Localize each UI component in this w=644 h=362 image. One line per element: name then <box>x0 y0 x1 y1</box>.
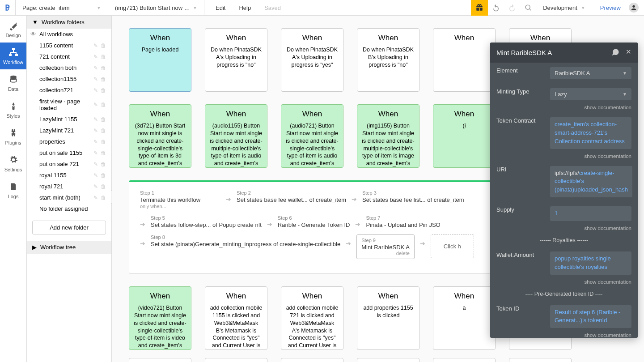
show-documentation[interactable]: show documentation <box>490 226 638 234</box>
workflow-card[interactable]: Whenadd properties 1155 is clicked <box>357 286 419 350</box>
workflow-card[interactable]: When(img1155) Button Start now mint sing… <box>357 104 419 168</box>
uri-input[interactable]: ipfs://ipfs/create-single-collectible's … <box>550 166 632 198</box>
sidebar-folder-item[interactable]: 1155 content✎🗑 <box>27 40 111 51</box>
edit-icon[interactable]: ✎ <box>93 54 98 60</box>
step-9-selected[interactable]: Step 9Mint RaribleSDK Adelete <box>356 234 415 259</box>
logo[interactable] <box>0 0 16 16</box>
rail-plugins[interactable]: Plugins <box>0 123 26 150</box>
step-6[interactable]: Step 6Rarible - Generate Token ID <box>278 215 350 228</box>
preview-link[interactable]: Preview <box>592 4 629 11</box>
token-contract-input[interactable]: create_item's collection-smart-address-7… <box>550 117 631 149</box>
trash-icon[interactable]: 🗑 <box>101 183 106 190</box>
sidebar-folder-item[interactable]: start-mint (both)✎🗑 <box>27 192 111 203</box>
folders-header[interactable]: ▼Workflow folders <box>27 16 111 29</box>
rail-design[interactable]: Design <box>0 16 26 43</box>
workflow-card[interactable]: WhenDo when PinataSDK A's Uploading in p… <box>205 28 267 92</box>
comment-icon[interactable] <box>611 48 619 57</box>
sidebar-folder-item[interactable]: put on sale 1155✎🗑 <box>27 147 111 158</box>
rail-settings[interactable]: Settings <box>0 150 26 177</box>
rail-data[interactable]: Data <box>0 69 26 96</box>
panel-header[interactable]: Mint RaribleSDK A ✕ <box>490 43 638 63</box>
add-folder-button[interactable]: Add new folder <box>32 221 106 234</box>
show-documentation[interactable]: show documentation <box>490 332 638 338</box>
edit-icon[interactable]: ✎ <box>93 139 98 145</box>
edit-icon[interactable]: ✎ <box>93 76 98 82</box>
edit-icon[interactable]: ✎ <box>93 87 98 94</box>
wallet-amount-input[interactable]: popup royalties single collectible's roy… <box>550 251 631 275</box>
gift-icon[interactable] <box>471 0 488 16</box>
workflow-card[interactable] <box>433 358 496 362</box>
sidebar-folder-item[interactable]: properties✎🗑 <box>27 136 111 147</box>
show-documentation[interactable]: show documentation <box>490 279 638 287</box>
sidebar-folder-item[interactable]: LazyMint 1155✎🗑 <box>27 114 111 125</box>
edit-icon[interactable]: ✎ <box>93 116 98 123</box>
rail-workflow[interactable]: Workflow <box>0 43 26 69</box>
edit-icon[interactable]: ✎ <box>93 65 98 71</box>
workflow-card[interactable] <box>281 358 343 362</box>
trash-icon[interactable]: 🗑 <box>101 43 106 49</box>
trash-icon[interactable]: 🗑 <box>101 139 106 145</box>
sidebar-folder-item[interactable]: put on sale 721✎🗑 <box>27 158 111 170</box>
trash-icon[interactable]: 🗑 <box>101 76 106 82</box>
workflow-card[interactable]: WhenDo when PinataSDK B's Uploading in p… <box>357 28 419 92</box>
edit-icon[interactable]: ✎ <box>93 150 98 156</box>
step-1[interactable]: Step 1Terminate this workflowonly when..… <box>140 190 220 209</box>
sidebar-folder-item[interactable]: LazyMint 721✎🗑 <box>27 125 111 136</box>
sidebar-folder-item[interactable]: No folder assigned <box>27 203 111 214</box>
step-5[interactable]: Step 5Set states follow-step... of Popup… <box>151 215 262 228</box>
edit-icon[interactable]: ✎ <box>93 172 98 179</box>
workflow-card[interactable]: When(3d721) Button Start now mint single… <box>129 104 191 168</box>
step-3[interactable]: Step 3Set states base fee list... of cre… <box>362 190 464 203</box>
workflow-card[interactable] <box>205 358 267 362</box>
trash-icon[interactable]: 🗑 <box>101 195 106 201</box>
close-icon[interactable]: ✕ <box>626 48 631 57</box>
element-dropdown[interactable]: (img721) Button Start now mint … ▼ <box>108 0 204 15</box>
workflow-card[interactable]: When(video721) Button Start now mint sin… <box>129 286 191 350</box>
show-documentation[interactable]: show documentation <box>490 153 638 162</box>
sidebar-folder-item[interactable]: collection both✎🗑 <box>27 62 111 73</box>
trash-icon[interactable]: 🗑 <box>101 54 106 60</box>
sidebar-folder-item[interactable]: 721 content✎🗑 <box>27 51 111 62</box>
workflow-card[interactable] <box>357 358 419 362</box>
property-panel[interactable]: Mint RaribleSDK A ✕ ElementRaribleSDK A▼… <box>490 43 638 338</box>
sidebar-folder-item[interactable]: royal 721✎🗑 <box>27 181 111 192</box>
trash-icon[interactable]: 🗑 <box>101 150 106 156</box>
supply-input[interactable]: 1 <box>550 206 631 221</box>
minting-type-select[interactable]: Lazy▼ <box>550 88 631 100</box>
step-2[interactable]: Step 2Set states base fee wallet... of c… <box>237 190 346 203</box>
workflow-card[interactable]: Whena <box>433 286 496 350</box>
avatar[interactable] <box>629 3 639 13</box>
edit-icon[interactable]: ✎ <box>93 161 98 167</box>
trash-icon[interactable]: 🗑 <box>101 116 106 123</box>
menu-edit[interactable]: Edit <box>216 4 225 11</box>
edit-icon[interactable]: ✎ <box>93 195 98 201</box>
search-icon[interactable] <box>520 0 536 16</box>
trash-icon[interactable]: 🗑 <box>101 161 106 167</box>
edit-icon[interactable]: ✎ <box>93 183 98 190</box>
workflow-card[interactable]: Whenadd collection mobile 721 is clicked… <box>281 286 343 350</box>
edit-icon[interactable]: ✎ <box>93 102 98 108</box>
environment-dropdown[interactable]: Development▼ <box>536 4 592 11</box>
sidebar-all-workflows[interactable]: 👁All workflows <box>27 29 111 40</box>
sidebar-folder-item[interactable]: first view - page loaded✎🗑 <box>27 96 111 114</box>
page-dropdown[interactable]: Page: create_item ▼ <box>16 0 108 15</box>
show-documentation[interactable]: show documentation <box>490 105 638 113</box>
workflow-card[interactable]: Whenadd collection mobile 1155 is clicke… <box>205 286 267 350</box>
step-8[interactable]: Step 8Set state (pinata)Generate_minting… <box>151 234 340 247</box>
trash-icon[interactable]: 🗑 <box>101 87 106 94</box>
sidebar-folder-item[interactable]: royal 1155✎🗑 <box>27 170 111 181</box>
edit-icon[interactable]: ✎ <box>93 43 98 49</box>
edit-icon[interactable]: ✎ <box>93 128 98 134</box>
workflow-card[interactable]: When(audio1155) Button Start now mint si… <box>205 104 267 168</box>
menu-help[interactable]: Help <box>239 4 251 11</box>
rail-logs[interactable]: Logs <box>0 177 26 204</box>
workflow-card[interactable]: WhenDo when PinataSDK A's Uploading in p… <box>281 28 343 92</box>
element-select[interactable]: RaribleSDK A▼ <box>550 67 631 79</box>
delete-step[interactable]: delete <box>361 251 410 256</box>
workflow-card[interactable]: When(i <box>433 104 496 168</box>
tree-header[interactable]: ▶Workflow tree <box>27 241 111 254</box>
add-step[interactable]: Click h <box>431 234 474 258</box>
redo-icon[interactable] <box>504 0 520 16</box>
workflow-card[interactable] <box>129 358 191 362</box>
workflow-card[interactable]: WhenPage is loaded <box>129 28 191 92</box>
